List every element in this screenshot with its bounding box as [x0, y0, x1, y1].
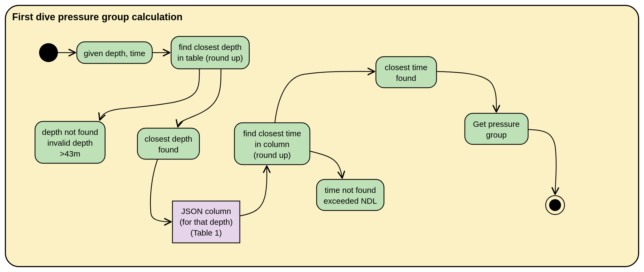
activity-given-depth-time: given depth, time — [77, 42, 152, 63]
activity-diagram: First dive pressure group calculation gi… — [0, 0, 644, 272]
activity-label-line3: >43m — [60, 149, 80, 158]
activity-depth-not-found: depth not found invalid depth >43m — [35, 121, 105, 163]
svg-rect-3 — [137, 128, 199, 159]
activity-label-line1: find closest time — [243, 129, 301, 138]
datastore-json-column: JSON column (for that depth) (Table 1) — [172, 201, 240, 243]
activity-label-line1: Get pressure — [473, 120, 520, 128]
activity-label-line2: in table (round up) — [177, 53, 243, 62]
svg-point-10 — [549, 199, 561, 211]
activity-label-line2: in column — [255, 140, 289, 149]
svg-rect-6 — [317, 179, 384, 210]
activity-label-line1: depth not found — [42, 128, 98, 137]
activity-find-closest-time: find closest time in column (round up) — [234, 123, 310, 165]
activity-label-line2: found — [396, 74, 416, 83]
datastore-label-line3: (Table 1) — [191, 228, 222, 237]
datastore-label-line1: JSON column — [181, 207, 231, 216]
activity-label-line1: closest time — [385, 63, 427, 72]
activity-label-line1: find closest depth — [179, 43, 241, 52]
activity-label-line2: invalid depth — [47, 138, 93, 147]
svg-rect-1 — [171, 36, 249, 69]
activity-label-line2: found — [158, 145, 178, 154]
activity-find-closest-depth: find closest depth in table (round up) — [171, 36, 249, 69]
activity-get-pressure-group: Get pressure group — [465, 113, 528, 144]
svg-rect-7 — [376, 57, 437, 88]
activity-label-line2: exceeded NDL — [324, 196, 377, 205]
activity-label-line2: group — [486, 130, 507, 139]
activity-label-line1: closest depth — [145, 134, 192, 143]
diagram-title: First dive pressure group calculation — [12, 11, 182, 22]
svg-rect-8 — [465, 113, 528, 144]
initial-node — [39, 43, 58, 62]
activity-label: given depth, time — [84, 49, 145, 58]
activity-label-line3: (round up) — [254, 151, 291, 159]
activity-label-line1: time not found — [325, 186, 376, 195]
activity-time-not-found: time not found exceeded NDL — [317, 179, 384, 210]
datastore-label-line2: (for that depth) — [180, 217, 233, 226]
activity-closest-time-found: closest time found — [376, 57, 437, 88]
activity-closest-depth-found: closest depth found — [137, 128, 199, 159]
